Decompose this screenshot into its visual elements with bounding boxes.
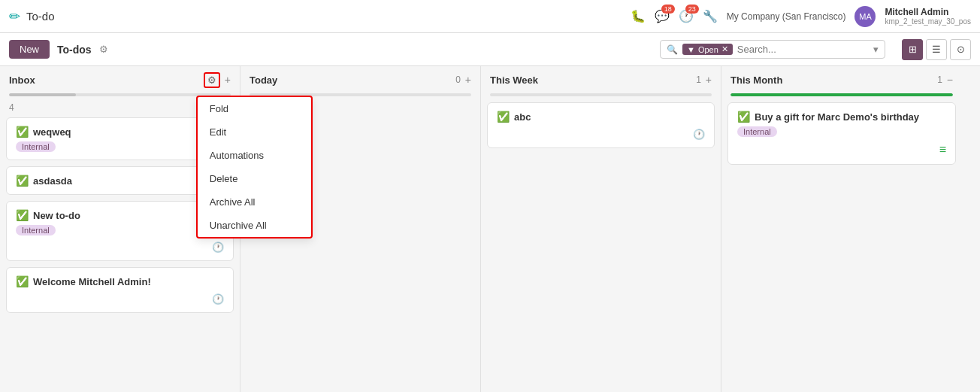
card-title-text: Buy a gift for Marc Demo's birthday	[755, 111, 919, 123]
check-icon: ✅	[16, 209, 29, 221]
user-company: kmp_2_test_may_30_pos	[885, 17, 971, 26]
top-nav-right: 🐛 💬 18 🕐 23 🔧 My Company (San Francisco)…	[631, 6, 971, 27]
list-view-btn[interactable]: ☰	[926, 39, 947, 60]
card-buy-gift-footer: ≡	[737, 143, 946, 156]
todos-title: To-dos	[57, 44, 92, 56]
card-abc[interactable]: ✅ abc 🕐	[487, 102, 715, 148]
search-bar: 🔍 ▼ Open ✕ ▾	[660, 40, 885, 59]
card-title-text: weqweq	[33, 126, 71, 138]
search-dropdown-icon[interactable]: ▾	[873, 44, 879, 55]
todos-settings-icon[interactable]: ⚙	[99, 44, 108, 55]
menu-item-edit[interactable]: Edit	[198, 120, 311, 144]
today-col-count: 0	[455, 74, 461, 85]
bug-icon-btn[interactable]: 🐛	[631, 9, 646, 23]
this-week-col-title: This Week	[490, 74, 691, 86]
app-title: To-do	[26, 10, 55, 23]
kanban-col-this-month: This Month 1 − ✅ Buy a gift for Marc Dem…	[721, 66, 962, 392]
search-input[interactable]	[737, 44, 866, 55]
card-welcome-title: ✅ Welcome Mitchell Admin!	[16, 275, 224, 287]
card-abc-footer: 🕐	[497, 129, 705, 140]
clock-icon: 🕐	[693, 129, 705, 140]
kanban-col-inbox: Inbox ⚙ Fold Edit Automations Delete Arc…	[0, 66, 240, 392]
card-weqweq-tag: Internal	[16, 141, 56, 152]
top-nav-left: ✏ To-do	[9, 8, 622, 25]
wrench-icon: 🔧	[703, 9, 718, 23]
this-month-progress-fill	[730, 93, 953, 96]
this-month-progress-bar	[730, 93, 953, 96]
this-week-cards: ✅ abc 🕐	[481, 102, 721, 392]
card-asdasda-title: ✅ asdasda	[16, 175, 224, 187]
open-filter-tag[interactable]: ▼ Open ✕	[682, 44, 733, 55]
company-info: My Company (San Francisco)	[727, 11, 846, 22]
card-new-to-do-title: ✅ New to-do	[16, 209, 224, 221]
user-info: Mitchell Admin kmp_2_test_may_30_pos	[885, 7, 971, 26]
inbox-gear-btn[interactable]: ⚙	[204, 72, 220, 88]
user-name: Mitchell Admin	[885, 7, 971, 17]
inbox-col-title: Inbox	[9, 74, 199, 86]
card-title-text: abc	[514, 111, 531, 123]
kanban-col-this-week: This Week 1 + ✅ abc 🕐	[481, 66, 721, 392]
check-icon: ✅	[16, 275, 29, 287]
company-name: My Company (San Francisco)	[727, 11, 846, 22]
today-col-title: Today	[250, 74, 451, 86]
kanban-view-btn[interactable]: ⊞	[902, 39, 923, 60]
check-icon: ✅	[497, 111, 510, 123]
clock-view-btn[interactable]: ⊙	[950, 39, 971, 60]
card-title-text: New to-do	[33, 210, 80, 221]
this-week-col-count: 1	[696, 74, 701, 85]
card-buy-gift-title: ✅ Buy a gift for Marc Demo's birthday	[737, 111, 946, 123]
new-button[interactable]: New	[9, 40, 50, 59]
this-month-cards: ✅ Buy a gift for Marc Demo's birthday In…	[721, 102, 962, 392]
filter-label: Open	[698, 45, 718, 54]
this-week-col-header: This Week 1 +	[481, 66, 721, 93]
card-new-to-do-footer: 🕐	[16, 242, 224, 253]
secondary-nav: New To-dos ⚙ 🔍 ▼ Open ✕ ▾ ⊞ ☰ ⊙	[0, 33, 980, 66]
card-welcome-footer: 🕐	[16, 293, 224, 305]
this-week-progress-bar	[490, 93, 712, 96]
check-icon: ✅	[737, 111, 750, 123]
this-month-col-count: 1	[937, 74, 942, 85]
check-icon: ✅	[16, 126, 29, 138]
menu-item-automations[interactable]: Automations	[198, 144, 311, 167]
kanban-board: Inbox ⚙ Fold Edit Automations Delete Arc…	[0, 66, 980, 392]
menu-item-fold[interactable]: Fold	[198, 97, 311, 120]
bug-icon: 🐛	[631, 9, 646, 23]
card-welcome[interactable]: ✅ Welcome Mitchell Admin! 🕐	[6, 267, 234, 313]
menu-item-archive-all[interactable]: Archive All	[198, 190, 311, 214]
this-month-col-title: This Month	[730, 74, 933, 86]
card-title-text: Welcome Mitchell Admin!	[33, 276, 151, 287]
menu-item-unarchive-all[interactable]: Unarchive All	[198, 214, 311, 237]
clock-icon: 🕐	[212, 242, 224, 253]
filter-close-icon[interactable]: ✕	[721, 44, 728, 54]
inbox-progress-fill	[9, 93, 76, 96]
card-abc-title: ✅ abc	[497, 111, 705, 123]
card-title-text: asdasda	[33, 175, 72, 187]
chat-badge: 18	[661, 5, 675, 14]
filter-icon: ▼	[687, 45, 695, 54]
wrench-icon-btn[interactable]: 🔧	[703, 9, 718, 23]
inbox-col-header: Inbox ⚙ Fold Edit Automations Delete Arc…	[0, 66, 240, 93]
this-month-minus-btn[interactable]: −	[947, 74, 953, 86]
card-buy-gift-tag: Internal	[737, 126, 777, 137]
card-new-to-do-tag: Internal	[16, 225, 56, 236]
card-weqweq-title: ✅ weqweq	[16, 126, 224, 138]
this-month-col-header: This Month 1 −	[721, 66, 962, 93]
app-icon: ✏	[9, 8, 20, 25]
avatar-initials: MA	[859, 12, 872, 21]
card-buy-gift[interactable]: ✅ Buy a gift for Marc Demo's birthday In…	[727, 102, 956, 165]
this-week-add-btn[interactable]: +	[706, 74, 712, 86]
clock-badge: 23	[685, 5, 699, 14]
clock-icon-btn[interactable]: 🕐 23	[679, 9, 694, 23]
chat-icon-btn[interactable]: 💬 18	[655, 9, 670, 23]
top-nav: ✏ To-do 🐛 💬 18 🕐 23 🔧 My Company (San Fr…	[0, 0, 980, 33]
search-icon: 🔍	[667, 44, 678, 55]
avatar[interactable]: MA	[854, 6, 876, 27]
lines-icon: ≡	[939, 143, 946, 156]
inbox-context-menu: Fold Edit Automations Delete Archive All…	[196, 96, 313, 239]
menu-item-delete[interactable]: Delete	[198, 167, 311, 190]
inbox-add-btn[interactable]: +	[225, 74, 231, 86]
today-col-header: Today 0 +	[240, 66, 480, 93]
check-icon: ✅	[16, 175, 29, 187]
view-icons: ⊞ ☰ ⊙	[902, 39, 971, 60]
today-add-btn[interactable]: +	[465, 74, 471, 86]
